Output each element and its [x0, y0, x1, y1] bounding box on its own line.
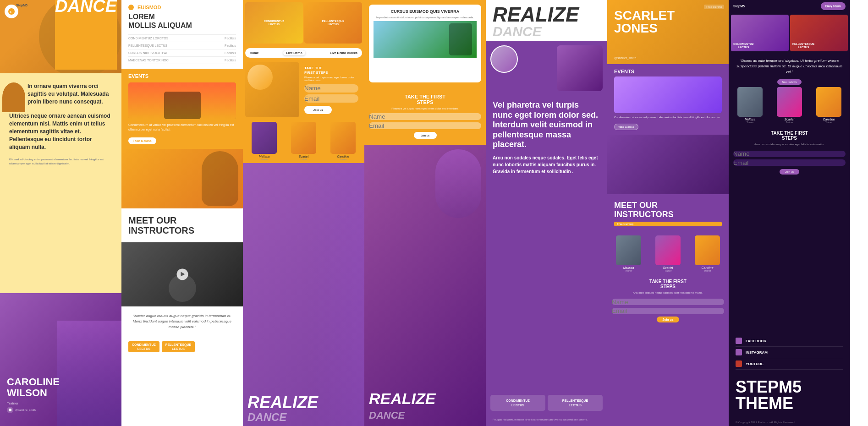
realize-text: REALIZE: [247, 393, 318, 412]
panel2-meet-instructors: MEET OURINSTRUCTORS: [121, 208, 243, 242]
realize-overlay: REALIZE: [369, 390, 435, 408]
buy-now-button[interactable]: Buy Now: [821, 2, 846, 10]
steps-name-input[interactable]: [369, 113, 481, 120]
realize-big: REALIZE: [493, 5, 600, 25]
arcu-text: Arcu non sodales neque sodales. Eget fel…: [493, 154, 600, 175]
panel3-nav: Home Live Demo Live Demo Blocks: [245, 48, 362, 58]
badge-pellentesque: PELLENTESQUELECTUS: [304, 2, 362, 44]
panel-6: Free training SCARLETJONES @scarlet_smit…: [607, 0, 729, 426]
panel6-couple-image: [607, 135, 729, 194]
play-icon[interactable]: [176, 268, 188, 280]
dance-text: DANCE: [247, 411, 286, 424]
panel7-top-images: CONDIMENTUZLECTUS PELLENTESQUELECTUS: [729, 12, 850, 54]
events-take-class-button[interactable]: Take a class: [128, 137, 156, 144]
panel-3: CONDIMENTUZLECTUS PELLENTESQUELECTUS Hom…: [243, 0, 364, 426]
lorem-title: LOREM MOLLIS ALIQUAM: [128, 12, 236, 30]
pellentesque-badge: PELLENTESQUELECTUS: [548, 395, 603, 410]
panel3-first-steps: TAKE THEFIRST STEPS Pharetra vel turpis …: [301, 62, 362, 117]
panel6-steps-text: Arcu non sodales neque sodales eget feli…: [612, 291, 724, 294]
dancer-circle: [247, 65, 273, 90]
nav-live-demo-blocks[interactable]: Live Demo Blocks: [330, 51, 357, 55]
instructor-caroline: Caroline Trainer: [324, 122, 362, 161]
cursus-title: CURSUS EUISMOD QUIS VIVERRA: [374, 9, 477, 14]
panel4-purple-background: REALIZE DANCE: [364, 145, 486, 426]
panel6-caroline-name: Caroline: [701, 266, 713, 269]
panel4-white-card: CURSUS EUISMOD QUIS VIVERRA Imperdiet ma…: [369, 5, 481, 82]
scarlet-image: [291, 122, 316, 154]
panel6-event-image: [614, 76, 722, 113]
euismod-label: EUISMOD: [137, 5, 161, 10]
svg-text:S: S: [10, 11, 11, 13]
panel6-scarlet-role: Trainer: [665, 269, 672, 272]
panel7-caroline-role: Trainer: [825, 121, 833, 124]
facebook-label: FACEBOOK: [746, 339, 766, 343]
panel7-submit-button[interactable]: Join us: [780, 169, 799, 175]
panel6-melissa-role: Trainer: [625, 269, 632, 272]
steps-submit-button[interactable]: Join us: [414, 132, 437, 139]
panel3-dancer-row: TAKE THEFIRST STEPS Pharetra vel turpis …: [243, 60, 364, 120]
panel7-social-links: FACEBOOK INSTAGRAM YOUTUBE: [729, 333, 850, 372]
panel2-dance-couple-image: [121, 149, 243, 208]
panel6-scarlet: Scarlet Trainer: [649, 235, 687, 272]
scarlet-jones-name: SCARLETJONES: [614, 9, 675, 35]
body-text-2: Ultrices neque ornare aenean euismod ele…: [9, 112, 112, 151]
facebook-link[interactable]: FACEBOOK: [736, 335, 843, 347]
steps-text: Pharetra vel turpis nunc eget lorem dolo…: [369, 107, 481, 110]
social-icon: [7, 407, 13, 413]
name-input[interactable]: [304, 84, 358, 93]
panel6-submit-button[interactable]: Join us: [657, 317, 679, 322]
panel6-melissa-name: Melissa: [623, 266, 634, 269]
instagram-icon: [736, 349, 742, 355]
youtube-icon: [736, 360, 742, 367]
panel7-steps-text: Arcu non sodales neque sodales eget feli…: [733, 143, 846, 146]
free-training-badge-2: Free training: [614, 222, 722, 226]
panel2-events-section: EVENTS Condimentum at varius vel praesen…: [121, 69, 243, 149]
panel7-email-input[interactable]: [733, 159, 846, 166]
instructor-melissa: Melissa Trainer: [245, 122, 283, 161]
panel6-name-input[interactable]: [612, 299, 724, 305]
panel6-caroline: Caroline Trainer: [688, 235, 726, 272]
panel2-table: CONDIMENTUZ LORCTOSFacilisis PELLENTESQU…: [128, 34, 236, 64]
melissa-name: Melissa: [259, 155, 270, 158]
panel6-caroline-image: [695, 235, 720, 265]
panel6-events-text: Condimentum at varius vel praesent eleme…: [614, 115, 722, 119]
panel7-melissa-name: Melissa: [745, 118, 756, 121]
nav-home[interactable]: Home: [250, 51, 258, 55]
email-input[interactable]: [304, 94, 358, 103]
panel6-scarlet-image: [655, 235, 681, 265]
events-image: [128, 82, 236, 119]
panel7-caroline-image: [816, 87, 841, 117]
youtube-link[interactable]: YOUTUBE: [736, 358, 843, 370]
panel7-condimentuz-badge: CONDIMENTUZLECTUS: [731, 15, 789, 51]
panel6-events-section: EVENTS Condimentum at varius vel praesen…: [607, 64, 729, 135]
first-steps-text: Pharetra vel turpis nunc eget lorem dolo…: [304, 76, 358, 82]
panel-7: StepM5 Buy Now CONDIMENTUZLECTUS PELLENT…: [729, 0, 850, 426]
panel6-melissa: Melissa Trainer: [610, 235, 648, 272]
panel7-pellentesque-badge: PELLENTESQUELECTUS: [790, 15, 848, 51]
panel1-caroline-section: CAROLINEWILSON Trainer @caroline_smith: [0, 293, 121, 426]
panel7-scarlet-image: [777, 87, 802, 117]
panel3-realize-section: REALIZE DANCE: [243, 163, 364, 426]
steps-email-input[interactable]: [369, 122, 481, 129]
see-reviews-button[interactable]: See reviews: [777, 79, 802, 85]
scarlet-handle: @scarlet_smith: [614, 56, 636, 60]
panel6-email-input[interactable]: [612, 308, 724, 314]
free-training-badge: Free training: [704, 5, 724, 9]
panel6-take-class-button[interactable]: Take a class: [614, 124, 638, 130]
panel7-quote: "Donec ac odio tempor orci dapibus. Ut t…: [729, 54, 850, 79]
melissa-image: [252, 122, 277, 154]
instagram-link[interactable]: INSTAGRAM: [736, 347, 843, 358]
nav-live-demo[interactable]: Live Demo: [283, 50, 305, 55]
dance-big: DANCE: [493, 25, 600, 38]
panel7-name-input[interactable]: [733, 151, 846, 157]
panel7-instructors-row: Melissa Trainer Scarlet Trainer Caroline…: [729, 85, 850, 126]
panel7-melissa-role: Trainer: [747, 121, 754, 124]
panel-4: CURSUS EUISMOD QUIS VIVERRA Imperdiet ma…: [364, 0, 486, 426]
social-handle: @caroline_smith: [15, 409, 36, 411]
melissa-role: Trainer: [261, 158, 268, 161]
badge-condimentuz: CONDIMENTUZLECTUS: [245, 2, 303, 44]
join-us-button[interactable]: Join us: [304, 106, 332, 114]
small-text: Elit sed adipiscing enim praesent elemen…: [9, 158, 112, 165]
euismod-dot: [128, 5, 134, 10]
panel6-meet-instructors: MEET OURINSTRUCTORS Free training: [607, 194, 729, 233]
